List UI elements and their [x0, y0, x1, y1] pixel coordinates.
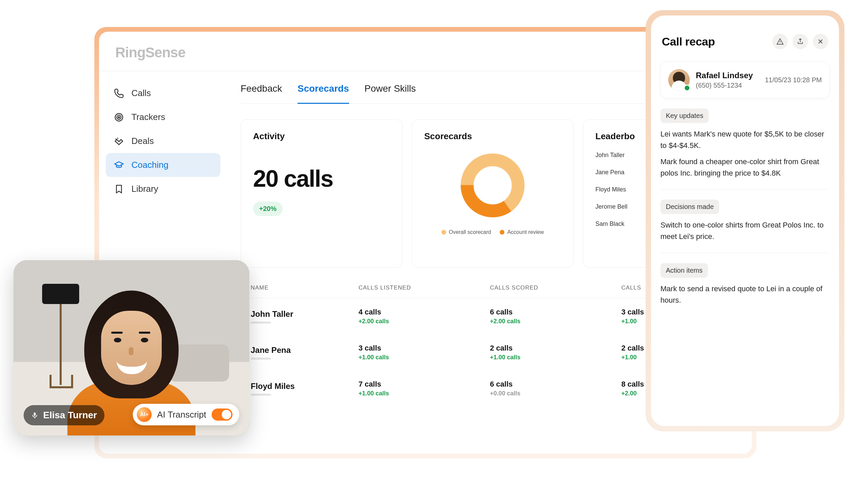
video-name-badge: Elisa Turner — [24, 405, 104, 425]
alert-triangle-icon — [776, 38, 784, 45]
tag-actions: Action items — [660, 263, 708, 278]
svg-rect-8 — [800, 19, 801, 25]
mic-icon — [31, 412, 38, 419]
row-name: Floyd Miles — [251, 382, 359, 391]
share-button[interactable] — [793, 34, 808, 49]
divider — [660, 189, 830, 189]
legend-label: Account review — [507, 229, 544, 235]
cell-scored: 6 calls — [490, 308, 621, 316]
card-activity: Activity 20 calls +20% — [241, 119, 402, 268]
video-card: Elisa Turner AI+ AI Transcript — [13, 260, 249, 435]
cell-scored: 6 calls — [490, 380, 621, 389]
tab-powerskills[interactable]: Power Skills — [365, 81, 416, 103]
card-title: Scorecards — [424, 131, 561, 142]
tab-feedback[interactable]: Feedback — [241, 81, 282, 103]
wifi-icon — [806, 18, 815, 25]
close-button[interactable] — [813, 34, 828, 49]
col-scored: CALLS SCORED — [490, 284, 621, 291]
cell-listened: 3 calls — [359, 344, 490, 353]
key-updates-text: Lei wants Mark's new quote for $5,5K to … — [660, 128, 830, 179]
graduation-cap-icon — [114, 160, 124, 170]
svg-point-2 — [118, 117, 120, 118]
signal-icon — [793, 18, 802, 25]
app-title: RingSense — [115, 44, 736, 61]
row-bar — [251, 394, 271, 396]
actions-text: Mark to send a revised quote to Lei in a… — [660, 283, 830, 306]
svg-rect-10 — [819, 19, 828, 24]
ai-badge-icon: AI+ — [137, 407, 152, 422]
legend-dot-icon — [500, 230, 504, 235]
svg-rect-11 — [828, 21, 829, 23]
legend-overall: Overall scorecard — [441, 229, 491, 235]
contact-name: Rafael Lindsey — [696, 71, 759, 80]
legend-dot-icon — [441, 230, 446, 235]
cell-listened: 4 calls — [359, 308, 490, 316]
svg-rect-6 — [795, 21, 797, 25]
sidebar-item-trackers[interactable]: Trackers — [106, 105, 220, 129]
sidebar-item-coaching[interactable]: Coaching — [106, 153, 220, 177]
cell-scored-delta: +0.00 calls — [490, 390, 621, 397]
svg-rect-5 — [793, 22, 794, 25]
card-scorecards: Scorecards Overall scorecard — [412, 119, 574, 268]
cell-scored-delta: +2.00 calls — [490, 318, 621, 325]
close-icon — [817, 38, 824, 45]
sidebar-item-label: Trackers — [131, 112, 165, 122]
svg-point-9 — [810, 23, 811, 24]
recap-title: Call recap — [662, 35, 715, 48]
toggle-switch[interactable] — [212, 409, 232, 421]
bookmark-icon — [114, 184, 124, 194]
contact-card[interactable]: Rafael Lindsey (650) 555-1234 11/05/23 1… — [660, 61, 830, 98]
cell-listened-delta: +2.00 calls — [359, 318, 490, 325]
activity-delta: +20% — [253, 202, 283, 216]
decisions-text: Switch to one-color shirts from Great Po… — [660, 219, 830, 242]
status-time: 9:41 — [661, 17, 677, 26]
sidebar-item-deals[interactable]: Deals — [106, 129, 220, 153]
svg-rect-7 — [797, 20, 799, 25]
sidebar-item-calls[interactable]: Calls — [106, 81, 220, 105]
sidebar-item-library[interactable]: Library — [106, 177, 220, 201]
row-name: John Taller — [251, 309, 359, 319]
cell-listened-delta: +1.00 calls — [359, 390, 490, 397]
col-listened: CALLS LISTENED — [359, 284, 490, 291]
cell-scored: 2 calls — [490, 344, 621, 353]
phone-icon — [114, 88, 124, 98]
mobile-frame: 9:41 Call recap — [646, 10, 844, 431]
recap-header: Call recap — [660, 31, 830, 58]
row-bar — [251, 322, 271, 324]
ai-transcript-toggle[interactable]: AI+ AI Transcript — [133, 404, 239, 425]
chart-legend: Overall scorecard Account review — [424, 229, 561, 235]
legend-account: Account review — [500, 229, 544, 235]
handshake-icon — [114, 136, 124, 146]
battery-icon — [819, 18, 829, 25]
legend-label: Overall scorecard — [449, 229, 491, 235]
row-bar — [251, 358, 271, 360]
tag-decisions: Decisions made — [660, 200, 719, 214]
sidebar-item-label: Library — [131, 184, 158, 194]
share-icon — [797, 38, 804, 45]
cell-scored-delta: +1.00 calls — [490, 354, 621, 361]
contact-timestamp: 11/05/23 10:28 PM — [765, 76, 822, 84]
actions-p1: Mark to send a revised quote to Lei in a… — [660, 283, 830, 306]
sidebar-item-label: Calls — [131, 88, 151, 98]
row-name: Jane Pena — [251, 345, 359, 355]
sidebar-item-label: Coaching — [131, 160, 168, 170]
target-icon — [114, 112, 124, 122]
key-updates-p2: Mark found a cheaper one-color shirt fro… — [660, 156, 830, 179]
tag-key-updates: Key updates — [660, 109, 709, 123]
status-icons — [793, 18, 829, 25]
participant-name: Elisa Turner — [43, 410, 97, 421]
cell-listened-delta: +1.00 calls — [359, 354, 490, 361]
decisions-p1: Switch to one-color shirts from Great Po… — [660, 219, 830, 242]
col-name: NAME — [251, 284, 359, 291]
contact-phone: (650) 555-1234 — [696, 82, 759, 89]
presence-dot-icon — [684, 85, 690, 91]
sidebar-item-label: Deals — [131, 136, 154, 146]
mobile-status-bar: 9:41 — [661, 17, 829, 26]
mobile-window: Call recap Rafael Lindsey (650) 5 — [651, 16, 839, 426]
donut-chart — [459, 152, 526, 219]
alert-button[interactable] — [772, 34, 788, 49]
cell-listened: 7 calls — [359, 380, 490, 389]
activity-value: 20 calls — [253, 165, 390, 192]
card-title: Activity — [253, 131, 390, 142]
tab-scorecards[interactable]: Scorecards — [298, 81, 349, 104]
